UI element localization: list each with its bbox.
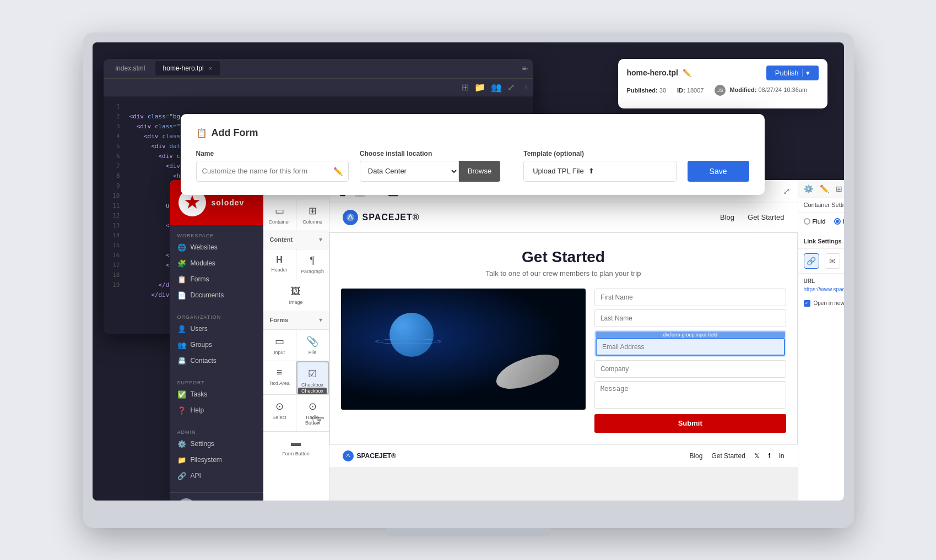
footer-logo: SPACEJET® [343,450,396,461]
sidebar-item-forms[interactable]: 📋 Forms [170,271,263,287]
publish-dropdown-arrow[interactable]: ▾ [802,69,810,77]
footer-brand: SPACEJET® [357,452,396,460]
support-label: SUPPORT [170,378,263,387]
non-fluid-option[interactable]: Non Fluid [834,218,843,225]
container-element[interactable]: ▭ Container [263,199,296,230]
field-highlight-label: div.form-group.input-field [596,331,785,338]
folder-icon[interactable]: 📁 [474,82,485,93]
expand-preview-icon[interactable]: ⤢ [783,186,790,197]
hero-section: Get Started Talk to one of our crew memb… [329,232,798,444]
website-preview: SPACEJET® Blog Get Started Get Started T… [329,203,798,501]
new-tab-option[interactable]: ✓ Open in new tab [798,297,844,310]
footer-blog[interactable]: Blog [689,452,702,460]
users-icon[interactable]: 👥 [491,82,502,93]
linkedin-icon[interactable]: in [779,452,784,460]
columns-element[interactable]: ⊞ Columns [296,199,329,230]
sidebar-item-websites[interactable]: 🌐 Websites [170,240,263,255]
header-element[interactable]: H Header [263,249,296,280]
sidebar-item-api[interactable]: 🔗 API [170,468,263,484]
fluid-radio[interactable] [804,218,810,225]
company-input[interactable] [594,360,786,378]
contact-form: div.form-group.input-field Submit [594,289,786,433]
content-header[interactable]: Content ▾ [263,230,329,249]
name-input[interactable] [202,167,333,175]
forms-panel-label: Forms [270,317,289,323]
content-label: Content [270,236,293,243]
hero-content: div.form-group.input-field Submit [341,289,786,433]
fluid-setting-row: Fluid Non Fluid [804,218,844,225]
firstname-wrapper [594,289,786,306]
columns-icon: ⊞ [309,205,317,217]
tab-index-stml[interactable]: index.stml [108,61,153,75]
sidebar-item-tasks[interactable]: ✅ Tasks [170,387,263,403]
checkbox-element[interactable]: ☑ Checkbox Checkbox [296,361,329,394]
nav-get-started[interactable]: Get Started [748,213,784,221]
link-settings-header[interactable]: Link Settings ▾ [798,235,844,249]
file-element[interactable]: 📎 File [296,330,329,361]
firstname-input[interactable] [594,289,786,306]
new-tab-checkbox[interactable]: ✓ [804,300,810,307]
radio-element[interactable]: ⊙ Radio Button [296,395,329,431]
close-tab-icon[interactable]: × [209,66,212,72]
install-location-group: Choose install location Data Center Brow… [360,150,512,182]
menu-dots-icon[interactable]: ≡· [522,64,528,73]
link-url-icon[interactable]: 🔗 [804,253,819,269]
container-settings-dropdown[interactable]: Container Settings ▾ [798,198,844,213]
sidebar-item-filesystem[interactable]: 📁 Filesystem [170,452,263,468]
publish-button[interactable]: Publish ▾ [766,66,819,80]
modal-title: 📋 Add Form [196,127,749,139]
textarea-element[interactable]: ≡ Text Area [263,361,296,394]
company-wrapper [594,360,786,378]
sidebar-item-users[interactable]: 👤 Users [170,321,263,337]
expand-icon[interactable]: ⤢ [507,82,515,93]
publish-panel-title: home-hero.tpl ✏️ [627,68,691,77]
tab-home-hero[interactable]: home-hero.tpl × [155,61,220,75]
non-fluid-radio[interactable] [834,218,841,225]
non-fluid-label: Non Fluid [843,218,843,225]
sidebar-item-settings[interactable]: ⚙️ Settings [170,436,263,452]
support-section: SUPPORT ✅ Tasks ❓ Help [170,372,263,422]
input-element[interactable]: ▭ Input [263,330,296,361]
install-location-select[interactable]: Data Center [360,161,459,182]
planet [389,313,434,357]
email-input[interactable] [596,338,785,356]
select-element[interactable]: ⊙ Select [263,395,296,431]
chevron-right-icon[interactable]: › [524,82,527,92]
sidebar-item-contacts[interactable]: 📇 Contacts [170,353,263,369]
sidebar-item-help[interactable]: ❓ Help [170,403,263,418]
form-submit-button[interactable]: Submit [594,414,786,433]
lastname-input[interactable] [594,309,786,327]
container-icon: ▭ [275,205,284,217]
footer-started[interactable]: Get Started [711,452,745,460]
link-email-icon[interactable]: ✉ [825,253,840,269]
sidebar-item-documents[interactable]: 📄 Documents [170,287,263,303]
fluid-option[interactable]: Fluid [804,218,826,225]
grid-icon[interactable]: ⊞ [462,82,469,93]
name-input-wrapper: ✏️ [196,161,349,182]
spacejet-nav: SPACEJET® Blog Get Started [329,203,798,232]
layout-grid: ▭ Container ⊞ Columns [263,199,329,230]
workspace-label: WORKSPACE [170,231,263,240]
hero-subtitle: Talk to one of our crew members to plan … [341,269,786,278]
browse-button[interactable]: Browse [459,161,500,182]
edit-right-icon[interactable]: ✏️ [820,184,829,193]
paragraph-element[interactable]: ¶ Paragraph [296,249,329,280]
nav-blog[interactable]: Blog [720,213,734,221]
user-avatar-small: JS [715,85,726,96]
image-element[interactable]: 🖼 Image [263,280,329,311]
facebook-icon[interactable]: f [769,452,770,460]
sidebar-item-modules[interactable]: 🧩 Modules [170,255,263,271]
url-value: https://www.spacejet.com [804,286,844,292]
sidebar-item-groups[interactable]: 👥 Groups [170,337,263,353]
upload-tpl-button[interactable]: Upload TPL File ⬆ [523,161,676,182]
grid-right-icon[interactable]: ⊞ [836,184,842,193]
save-button[interactable]: Save [688,161,749,182]
settings-right-icon[interactable]: ⚙️ [804,184,813,193]
form-button-element[interactable]: ▬ Form Button [263,432,329,462]
main-preview: 📱 💻 🖥 ⬛ ⤢ [329,180,798,501]
publish-meta: Published: 30 ID: 18007 JS Modified: 08/… [627,85,819,96]
message-input[interactable] [594,381,786,409]
twitter-icon[interactable]: 𝕏 [754,452,760,460]
forms-header[interactable]: Forms ▾ [263,311,329,330]
edit-icon[interactable]: ✏️ [683,69,691,77]
